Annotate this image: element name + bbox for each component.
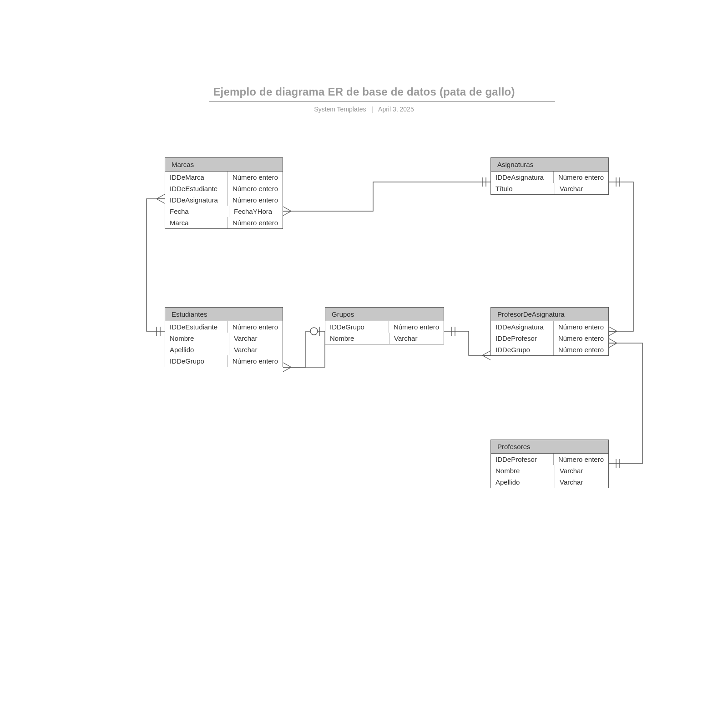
entity-marcas: Marcas IDDeMarcaNúmero entero IDDeEstudi…	[165, 157, 283, 229]
entity-estudiantes: Estudiantes IDDeEstudianteNúmero entero …	[165, 307, 283, 367]
field-name: IDDeGrupo	[165, 355, 228, 367]
field-name: Apellido	[165, 344, 229, 355]
field-type: Número entero	[554, 333, 608, 344]
entity-header: Marcas	[165, 158, 283, 172]
field-name: IDDeMarca	[165, 172, 228, 183]
field-type: FechaYHora	[229, 206, 277, 217]
field-name: IDDeEstudiante	[165, 183, 228, 194]
field-type: Varchar	[389, 333, 422, 344]
field-name: IDDeAsignatura	[491, 172, 554, 183]
field-type: Número entero	[554, 344, 608, 355]
field-type: Número entero	[554, 454, 608, 465]
field-type: Número entero	[228, 194, 283, 206]
field-type: Número entero	[228, 172, 283, 183]
entity-profesor-de-asignatura: ProfesorDeAsignatura IDDeAsignaturaNúmer…	[490, 307, 609, 356]
er-diagram-canvas: { "header": { "title": "Ejemplo de diagr…	[0, 0, 728, 728]
field-type: Varchar	[555, 183, 587, 194]
title-underline	[209, 101, 555, 102]
entity-profesores: Profesores IDDeProfesorNúmero entero Nom…	[490, 440, 609, 488]
svg-point-4	[310, 328, 318, 335]
field-name: IDDeAsignatura	[165, 194, 228, 206]
field-type: Varchar	[229, 344, 262, 355]
entity-header: Estudiantes	[165, 308, 283, 321]
entity-header: ProfesorDeAsignatura	[491, 308, 608, 321]
field-type: Número entero	[228, 217, 283, 228]
field-name: IDDeEstudiante	[165, 321, 228, 333]
field-type: Número entero	[389, 321, 444, 333]
separator: |	[371, 106, 373, 113]
field-type: Número entero	[554, 321, 608, 333]
field-name: Fecha	[165, 206, 229, 217]
entity-header: Grupos	[325, 308, 444, 321]
field-name: Nombre	[491, 465, 555, 476]
field-name: IDDeAsignatura	[491, 321, 554, 333]
field-type: Número entero	[228, 321, 283, 333]
diagram-subtitle: System Templates | April 3, 2025	[314, 106, 414, 113]
field-name: IDDeProfesor	[491, 333, 554, 344]
field-name: Marca	[165, 217, 228, 228]
entity-asignaturas: Asignaturas IDDeAsignaturaNúmero entero …	[490, 157, 609, 195]
entity-header: Asignaturas	[491, 158, 608, 172]
field-name: Nombre	[165, 333, 229, 344]
diagram-title: Ejemplo de diagrama ER de base de datos …	[213, 86, 515, 98]
field-name: IDDeGrupo	[325, 321, 389, 333]
field-name: IDDeProfesor	[491, 454, 554, 465]
date-label: April 3, 2025	[378, 106, 414, 113]
field-type: Varchar	[229, 333, 262, 344]
field-type: Número entero	[228, 183, 283, 194]
field-type: Número entero	[228, 355, 283, 367]
field-name: IDDeGrupo	[491, 344, 554, 355]
author-label: System Templates	[314, 106, 366, 113]
field-type: Número entero	[554, 172, 608, 183]
field-type: Varchar	[555, 465, 587, 476]
field-name: Título	[491, 183, 555, 194]
entity-header: Profesores	[491, 440, 608, 454]
entity-grupos: Grupos IDDeGrupoNúmero entero NombreVarc…	[325, 307, 444, 344]
field-name: Nombre	[325, 333, 389, 344]
field-type: Varchar	[555, 476, 587, 488]
field-name: Apellido	[491, 476, 555, 488]
